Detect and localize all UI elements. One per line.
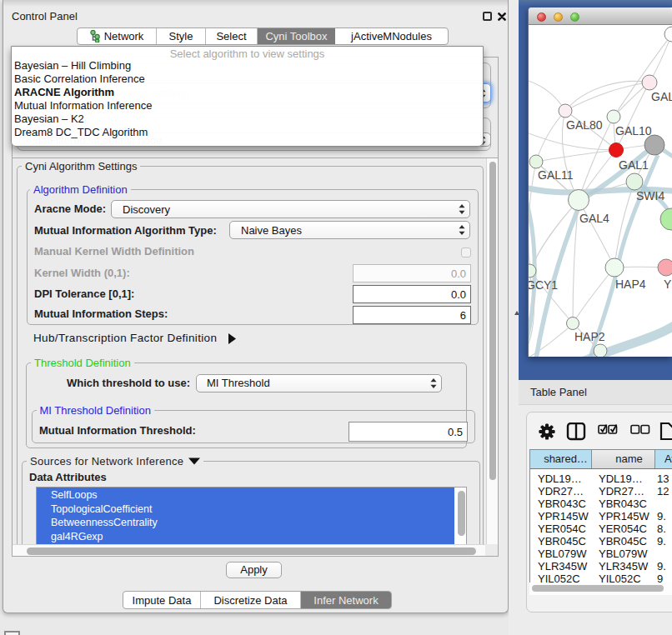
svg-text:GAL11: GAL11 [538,168,574,182]
svg-text:GAL80: GAL80 [566,118,603,132]
svg-text:HAP2: HAP2 [574,330,605,343]
svg-text:GAL1: GAL1 [619,158,649,172]
svg-text:GAL4: GAL4 [579,212,609,225]
svg-text:GCY1: GCY1 [529,278,558,292]
svg-text:GAL7: GAL7 [651,90,672,103]
svg-text:GAL10: GAL10 [615,124,652,138]
svg-text:HAP4: HAP4 [615,278,646,291]
svg-text:YD: YD [664,278,672,291]
svg-text:SWI4: SWI4 [636,189,664,202]
